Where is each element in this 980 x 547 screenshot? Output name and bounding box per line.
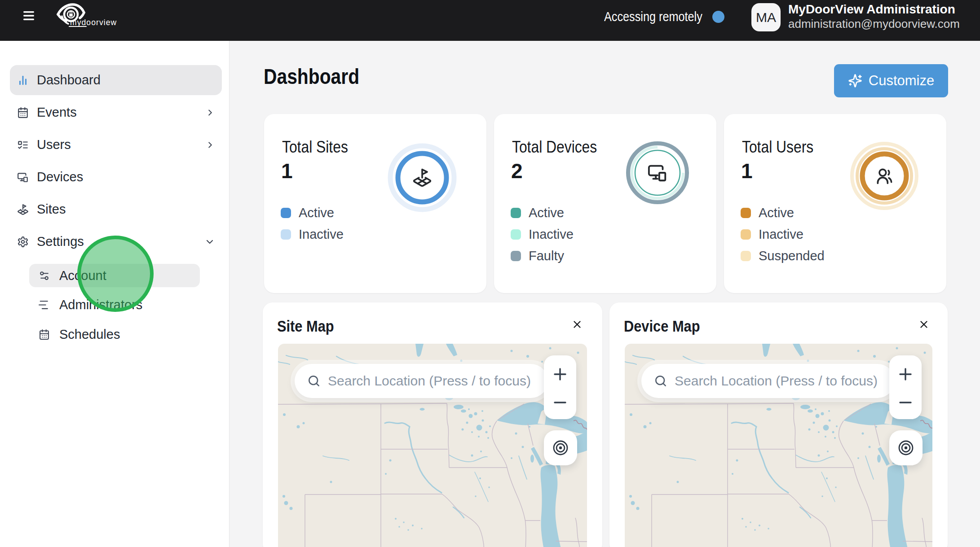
svg-text:mydoorview: mydoorview bbox=[70, 18, 117, 27]
